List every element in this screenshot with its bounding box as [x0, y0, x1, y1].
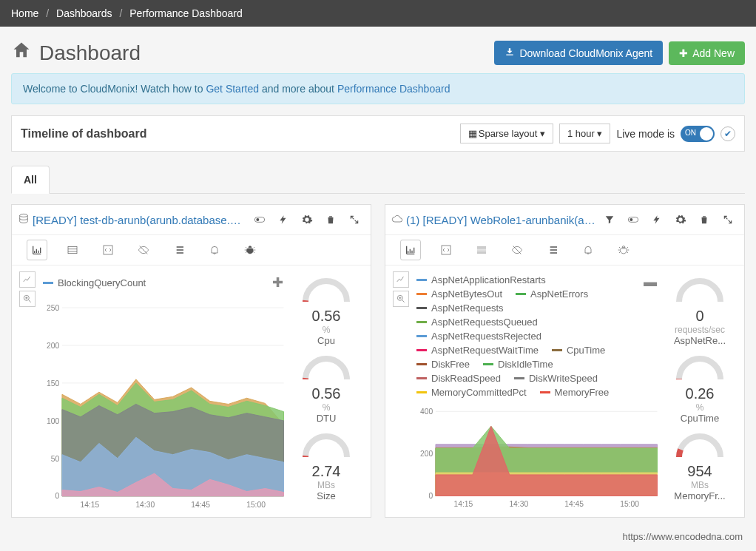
swatch: [416, 335, 427, 337]
live-mode-check-icon[interactable]: ✔: [720, 126, 735, 141]
legend-item[interactable]: AspNetApplicationRestarts: [416, 274, 546, 285]
bolt-icon[interactable]: [273, 209, 294, 230]
list-tab-icon[interactable]: [169, 240, 189, 260]
legend-item[interactable]: BlockingQueryCount: [43, 277, 146, 288]
swatch: [416, 349, 427, 351]
code-tab-icon[interactable]: [98, 240, 118, 260]
timerange-dropdown[interactable]: 1 hour ▾: [559, 124, 611, 143]
welcome-banner: Welcome to CloudMonix! Watch how to Get …: [11, 73, 745, 104]
gauges: 0requests/secAspNetRe...0.26%CpuTime954M…: [663, 271, 737, 513]
table-tab-icon[interactable]: [62, 240, 83, 260]
gear-icon[interactable]: [297, 209, 317, 230]
svg-text:15:00: 15:00: [620, 500, 639, 508]
dashboard-icon: [11, 40, 32, 66]
bell-tab-icon[interactable]: [204, 240, 225, 260]
gauges: 0.56%Cpu0.56%DTU2.74MBsSize: [289, 271, 363, 517]
swatch: [514, 377, 524, 379]
bug-tab-icon[interactable]: [613, 240, 634, 260]
get-started-link[interactable]: Get Started: [206, 83, 259, 95]
legend-item[interactable]: CpuTime: [552, 345, 605, 356]
chart-webrole: 020040014:1514:3014:4515:00: [414, 402, 663, 513]
legend-item[interactable]: DiskFree: [416, 359, 470, 370]
eyeoff-tab-icon[interactable]: [507, 240, 527, 260]
gauge: 0.56%DTU: [300, 354, 352, 424]
page-title: Dashboard: [11, 40, 141, 66]
zoom-tool-icon[interactable]: [393, 291, 409, 307]
filter-icon[interactable]: [599, 209, 620, 230]
legend: BlockingQueryCount ✚: [43, 274, 289, 291]
swatch: [416, 391, 427, 393]
trash-icon[interactable]: [694, 209, 715, 230]
legend-item[interactable]: AspNetRequestsRejected: [416, 331, 541, 342]
bell-tab-icon[interactable]: [578, 240, 598, 260]
footer-url: https://www.encodedna.com: [0, 528, 756, 545]
gauge: 2.74MBsSize: [300, 431, 352, 501]
card-title-link[interactable]: (1) [READY] WebRole1-arunbanik(arunban: [406, 214, 596, 226]
legend-item[interactable]: MemoryFree: [540, 387, 610, 398]
svg-text:200: 200: [420, 450, 433, 458]
chart-side-tools: [393, 271, 409, 513]
bolt-icon[interactable]: [647, 209, 667, 230]
linechart-tool-icon[interactable]: [19, 271, 36, 288]
layout-dropdown[interactable]: ▦ Sparse layout ▾: [460, 124, 553, 143]
card-inner-tabs: [385, 235, 744, 266]
linechart-tool-icon[interactable]: [393, 271, 409, 288]
toggle-icon[interactable]: [623, 209, 644, 230]
legend-item[interactable]: AspNetErrors: [516, 288, 588, 300]
legend-item[interactable]: AspNetRequestWaitTime: [416, 345, 539, 356]
page-title-text: Dashboard: [39, 41, 141, 65]
svg-rect-3: [68, 246, 77, 253]
legend-item[interactable]: DiskReadSpeed: [416, 373, 501, 384]
legend-item[interactable]: DiskWriteSpeed: [514, 373, 598, 384]
live-mode-label: Live mode is: [616, 128, 675, 140]
gauge: 0.56%Cpu: [300, 276, 352, 346]
add-new-button[interactable]: ✚ Add New: [669, 41, 745, 65]
svg-text:14:45: 14:45: [564, 500, 584, 508]
live-mode-toggle[interactable]: [681, 126, 715, 142]
eyeoff-tab-icon[interactable]: [133, 240, 154, 260]
timeline-bar: Timeline of dashboard ▦ Sparse layout ▾ …: [11, 115, 745, 152]
plus-icon: ✚: [679, 47, 688, 59]
breadcrumb-home[interactable]: Home: [11, 7, 38, 19]
gauge: 0.26%CpuTime: [674, 354, 726, 424]
list-tab-icon[interactable]: [542, 240, 563, 260]
trash-icon[interactable]: [320, 209, 341, 230]
toggle-icon[interactable]: [249, 209, 270, 230]
stack-tab-icon[interactable]: [471, 240, 492, 260]
performance-dashboard-link[interactable]: Performance Dashboard: [337, 83, 450, 95]
swatch: [416, 363, 427, 365]
legend-add-icon[interactable]: ✚: [266, 274, 289, 291]
legend-item[interactable]: AspNetRequests: [416, 302, 504, 314]
chart-testdb: 05010015020025014:1514:3014:4515:00: [40, 295, 289, 517]
expand-icon[interactable]: [344, 209, 365, 230]
svg-text:250: 250: [47, 304, 59, 312]
svg-rect-22: [628, 217, 638, 223]
breadcrumb-dashboards[interactable]: Dashboards: [56, 7, 112, 19]
card-webrole: (1) [READY] WebRole1-arunbanik(arunban: [385, 204, 745, 518]
legend-collapse-icon[interactable]: ▬: [638, 274, 663, 398]
tabs: All: [11, 165, 745, 194]
card-header: (1) [READY] WebRole1-arunbanik(arunban: [385, 205, 744, 235]
svg-text:150: 150: [47, 379, 59, 388]
swatch: [516, 293, 526, 295]
chart-tab-icon[interactable]: [27, 240, 47, 260]
chart-tab-icon[interactable]: [400, 240, 421, 260]
swatch: [416, 307, 427, 309]
code-tab-icon[interactable]: [436, 240, 456, 260]
svg-text:0: 0: [55, 492, 59, 500]
tab-all[interactable]: All: [11, 166, 50, 194]
expand-icon[interactable]: [718, 209, 738, 230]
card-title-link[interactable]: [READY] test-db-arunb(arunb.database.win…: [33, 214, 246, 226]
caret-down-icon: ▾: [540, 128, 545, 139]
gear-icon[interactable]: [670, 209, 691, 230]
legend-item[interactable]: MemoryCommittedPct: [416, 387, 527, 398]
svg-text:14:15: 14:15: [454, 500, 473, 508]
swatch: [43, 282, 53, 284]
legend-item[interactable]: DiskIdleTime: [483, 359, 553, 370]
gauge: 0requests/secAspNetRe...: [674, 276, 726, 346]
download-agent-button[interactable]: Download CloudMonix Agent: [494, 41, 663, 65]
bug-tab-icon[interactable]: [240, 240, 260, 260]
legend-item[interactable]: AspNetBytesOut: [416, 288, 502, 300]
legend-item[interactable]: AspNetRequestsQueued: [416, 317, 538, 328]
zoom-tool-icon[interactable]: [19, 291, 36, 307]
